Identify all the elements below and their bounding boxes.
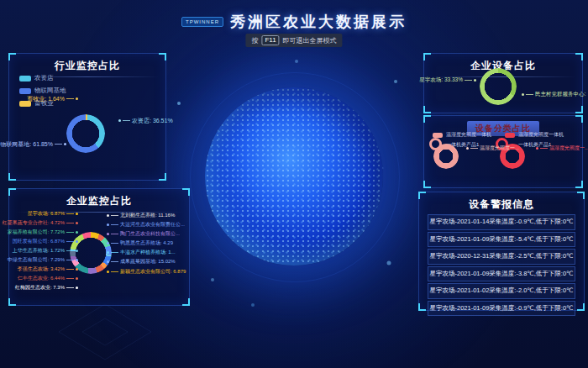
device-class-left-donut-chart[interactable] bbox=[433, 144, 459, 169]
globe-visualization bbox=[205, 87, 383, 265]
legend-swatch bbox=[433, 133, 443, 138]
hint-suffix: 即可退出全屏模式 bbox=[283, 36, 337, 45]
chart-label: 仁丰生态农业: 6.44% bbox=[18, 276, 78, 281]
chart-label: 陶门生态农业科技有限公... bbox=[107, 231, 180, 236]
chart-label: 成果蔬菜园基地: 15.02% bbox=[107, 259, 176, 264]
legend-swatch bbox=[19, 76, 31, 81]
chart-label: 民主村党群服务中心: bbox=[522, 92, 585, 97]
panel-device-class: 设备分类占比 温湿度光照度一体机一体机类产品1 温湿度光照度一体机一体机类产品1… bbox=[423, 115, 583, 188]
legend-swatch bbox=[19, 101, 31, 107]
brand-logo: TPWINNER bbox=[181, 17, 223, 27]
hint-prefix: 按 bbox=[251, 36, 258, 45]
alarm-row: 星宇农场-2020-12-31采集温度:-2.5℃,低于下限:0℃ bbox=[428, 249, 575, 265]
chart-label: 大运河生态农业有限责任公... bbox=[107, 222, 185, 227]
legend-label: 物联网基地 bbox=[34, 87, 66, 95]
enterprise-device-donut-chart[interactable] bbox=[480, 68, 517, 105]
chart-label: 新颖生态农业有限公司: 6.879 bbox=[107, 269, 186, 274]
chart-label: 家福养殖有限公司: 7.72% bbox=[8, 229, 78, 234]
header: TPWINNER 秀洲区农业大数据展示 bbox=[0, 12, 588, 32]
panel-enterprise-monitor: 企业监控占比 星宇农场: 6.87%红菱果蔬专业合作社: 4.72%家福养殖有限… bbox=[8, 188, 190, 306]
legend-label: 一体机类产品1 bbox=[518, 141, 551, 149]
chart-label: 红菱果蔬专业合作社: 4.72% bbox=[3, 220, 78, 225]
f11-key-badge: F11 bbox=[261, 35, 279, 45]
legend-label: 温湿度光照度一体机 bbox=[446, 131, 491, 139]
alarm-row: 星宇农场-2021-01-02采集温度:-2.0℃,低于下限:0℃ bbox=[428, 283, 575, 299]
legend-item: 温湿度光照度一体机 bbox=[505, 131, 564, 139]
alarm-row: 星宇农场-2021-01-14采集温度:-0.9℃,低于下限:0℃ bbox=[428, 214, 575, 230]
chart-label: 李强生态农场: 3.42% bbox=[18, 266, 78, 271]
device-class-right-donut-chart[interactable] bbox=[500, 144, 525, 169]
legend-label: 温湿度光照度一体机 bbox=[518, 131, 564, 139]
divider bbox=[16, 212, 182, 213]
legend-item: 温湿度光照度一体机 bbox=[433, 131, 491, 139]
chart-label: 鸭恩恩生态养殖场: 4.29 bbox=[107, 240, 173, 245]
legend-label: 畜牧业 bbox=[34, 99, 54, 108]
chart-label: 丰溢水产种植养殖场: 1... bbox=[107, 250, 176, 255]
industry-donut-chart[interactable] bbox=[66, 114, 105, 153]
fullscreen-hint-bar: 按 F11 即可退出全屏模式 bbox=[245, 34, 342, 47]
chart-label: 国旺发有限公司: 6.87% bbox=[13, 239, 78, 244]
chart-label: 中绿生态有限公司: 7.29% bbox=[8, 257, 78, 262]
chart-label: 农资店: 36.51% bbox=[118, 118, 173, 124]
chart-label: 星宇农场: 33.33% bbox=[419, 77, 476, 83]
chart-label: 北刘鹅生态养殖: 11.16% bbox=[107, 213, 175, 218]
alarm-list: 星宇农场-2021-01-14采集温度:-0.9℃,低于下限:0℃星宇农场-20… bbox=[428, 214, 575, 316]
panel-title-industry: 行业监控占比 bbox=[9, 59, 165, 73]
alarm-row: 星宇农场-2021-01-09采集温度:-3.8℃,低于下限:0℃ bbox=[428, 266, 575, 282]
page-title: 秀洲区农业大数据展示 bbox=[230, 12, 407, 32]
legend-label: 农资店 bbox=[34, 74, 54, 82]
panel-enterprise-device: 企业设备占比 星宇农场: 33.33%民主村党群服务中心: bbox=[423, 53, 583, 113]
panel-industry-monitor: 行业监控占比 农资店物联网基地畜牧业 畜牧业: 1.64%农资店: 36.51%… bbox=[8, 53, 166, 181]
legend-swatch bbox=[505, 133, 515, 138]
background-particles bbox=[0, 0, 2, 2]
legend-swatch bbox=[19, 88, 31, 94]
alarm-row: 星宇农场-2021-01-09采集温度:-5.4℃,低于下限:0℃ bbox=[428, 232, 575, 248]
panel-title-enterprise-monitor: 企业监控占比 bbox=[9, 194, 189, 208]
alarm-row: 星宇农场-2021-01-09采集温度:-0.9℃,低于下限:0℃ bbox=[428, 301, 575, 317]
industry-legend: 农资店物联网基地畜牧业 bbox=[19, 74, 66, 108]
chart-label: 上华生态养殖场: 1.72% bbox=[13, 248, 78, 253]
panel-alarms: 设备警报信息 星宇农场-2021-01-14采集温度:-0.9℃,低于下限:0℃… bbox=[418, 192, 585, 311]
chart-label: 红梅园生态农业: 7.3% bbox=[15, 285, 78, 290]
enterprise-monitor-donut-chart[interactable] bbox=[70, 232, 112, 274]
legend-item: 物联网基地 bbox=[19, 87, 66, 95]
panel-title-alarms: 设备警报信息 bbox=[419, 197, 584, 212]
legend-item: 畜牧业 bbox=[19, 99, 66, 108]
chart-label: 物联网基地: 61.85% bbox=[0, 141, 66, 147]
legend-item: 农资店 bbox=[19, 74, 66, 82]
